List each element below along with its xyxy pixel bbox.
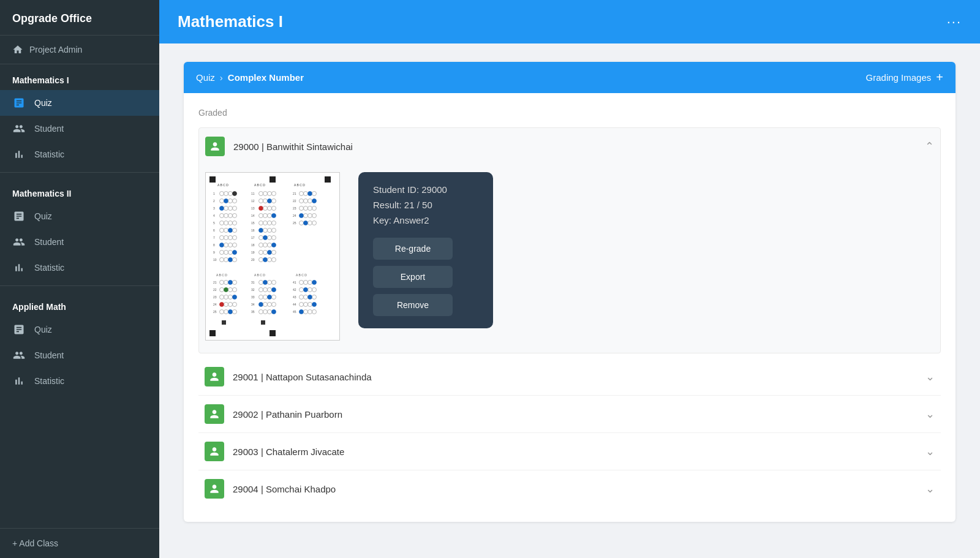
remove-button[interactable]: Remove (373, 294, 453, 316)
avatar-29000 (205, 137, 225, 156)
svg-text:6: 6 (213, 228, 215, 232)
student-row-29003[interactable]: 29003 | Chatalerm Jivacate ⌄ (198, 433, 941, 470)
svg-point-209 (300, 310, 304, 314)
svg-point-71 (268, 206, 272, 211)
tooltip-actions: Re-grade Export Remove (373, 238, 478, 316)
add-class-button[interactable]: + Add Class (0, 528, 159, 558)
card-body: Graded 29000 | Banwithit Sintawichai ⌃ (184, 93, 956, 522)
svg-rect-3 (209, 330, 216, 336)
svg-point-27 (233, 214, 237, 218)
svg-rect-4 (270, 330, 276, 336)
breadcrumb-root[interactable]: Quiz (196, 72, 215, 83)
svg-point-152 (228, 303, 233, 307)
svg-point-35 (224, 228, 228, 233)
svg-point-180 (272, 303, 276, 307)
avatar-29001 (205, 367, 224, 386)
svg-point-169 (268, 288, 272, 292)
section-title-apmath: Applied Math (0, 291, 159, 317)
svg-text:20: 20 (251, 258, 255, 262)
svg-point-39 (220, 236, 224, 240)
svg-point-111 (308, 192, 312, 196)
svg-text:A B C D: A B C D (217, 183, 228, 187)
svg-point-61 (268, 192, 272, 196)
svg-text:22: 22 (293, 199, 296, 203)
divider-1 (0, 172, 159, 173)
more-options-button[interactable]: ··· (947, 14, 962, 30)
svg-point-177 (259, 303, 263, 307)
svg-point-70 (263, 206, 268, 211)
svg-point-84 (259, 228, 263, 233)
student-name-29002: 29002 | Pathanin Puarborn (233, 409, 342, 420)
svg-point-120 (304, 206, 308, 211)
answer-sheet[interactable]: A B C D A B C D A B C D (205, 172, 340, 341)
sidebar-item-math2-student[interactable]: Student (0, 229, 159, 255)
svg-text:17: 17 (251, 236, 255, 239)
sidebar-item-math2-quiz[interactable]: Quiz (0, 203, 159, 229)
svg-point-183 (263, 310, 268, 314)
svg-point-124 (300, 214, 304, 218)
svg-point-47 (233, 243, 237, 247)
svg-point-100 (263, 251, 268, 255)
svg-point-167 (259, 288, 263, 292)
svg-point-46 (228, 243, 233, 247)
statistic-icon-apmath (12, 374, 26, 388)
chevron-down-icon-29002: ⌄ (925, 407, 935, 421)
svg-point-102 (272, 251, 276, 255)
grading-images-button[interactable]: Grading Images + (866, 70, 943, 85)
divider-2 (0, 285, 159, 286)
export-button[interactable]: Export (373, 266, 453, 288)
svg-text:25: 25 (213, 310, 217, 314)
svg-point-107 (272, 258, 276, 262)
svg-point-174 (268, 295, 272, 300)
sidebar-item-math1-quiz[interactable]: Quiz (0, 90, 159, 116)
expanded-student-header[interactable]: 29000 | Banwithit Sintawichai ⌃ (199, 128, 940, 165)
svg-point-204 (300, 303, 304, 307)
svg-point-153 (233, 303, 237, 307)
svg-point-96 (268, 243, 272, 247)
svg-point-140 (220, 288, 224, 292)
sidebar-item-apmath-statistic[interactable]: Statistic (0, 368, 159, 394)
svg-text:33: 33 (251, 295, 255, 299)
student-row-29002[interactable]: 29002 | Pathanin Puarborn ⌄ (198, 396, 941, 433)
svg-point-168 (263, 288, 268, 292)
svg-point-163 (263, 281, 268, 285)
svg-text:16: 16 (251, 228, 255, 232)
svg-point-191 (308, 281, 312, 285)
svg-point-132 (312, 221, 317, 225)
svg-text:A B C D: A B C D (296, 273, 307, 277)
page-header: Mathematics I ··· (159, 0, 980, 43)
svg-text:4: 4 (213, 214, 215, 217)
svg-point-44 (220, 243, 224, 247)
svg-text:15: 15 (251, 221, 255, 225)
svg-point-36 (228, 228, 233, 233)
sidebar-item-apmath-quiz[interactable]: Quiz (0, 317, 159, 342)
student-row-29001[interactable]: 29001 | Nattapon Sutasanachinda ⌄ (198, 358, 941, 396)
sidebar-item-apmath-student[interactable]: Student (0, 342, 159, 368)
project-item[interactable]: Project Admin (0, 36, 159, 64)
add-icon: + (936, 70, 943, 85)
breadcrumb-separator: › (220, 72, 223, 83)
svg-text:5: 5 (213, 221, 215, 225)
sidebar-item-math2-statistic[interactable]: Statistic (0, 255, 159, 281)
svg-text:42: 42 (293, 288, 296, 292)
svg-point-72 (272, 206, 276, 211)
svg-point-99 (259, 251, 263, 255)
student-row-29004[interactable]: 29004 | Somchai Khadpo ⌄ (198, 470, 941, 507)
svg-point-45 (224, 243, 228, 247)
sidebar-item-math1-statistic[interactable]: Statistic (0, 141, 159, 167)
sidebar-item-math1-student[interactable]: Student (0, 116, 159, 141)
student-icon-apmath (12, 349, 26, 362)
svg-text:2: 2 (213, 199, 215, 203)
regrade-button[interactable]: Re-grade (373, 238, 453, 260)
svg-point-25 (224, 214, 228, 218)
student-name-29003: 29003 | Chatalerm Jivacate (233, 447, 344, 457)
quiz-icon-apmath (12, 323, 26, 336)
svg-point-189 (300, 281, 304, 285)
svg-point-15 (224, 199, 228, 203)
breadcrumb: Quiz › Complex Number (196, 72, 304, 83)
avatar-29004 (205, 479, 224, 499)
svg-point-110 (304, 192, 308, 196)
svg-point-200 (304, 295, 308, 300)
svg-point-85 (263, 228, 268, 233)
svg-text:41: 41 (293, 281, 296, 284)
